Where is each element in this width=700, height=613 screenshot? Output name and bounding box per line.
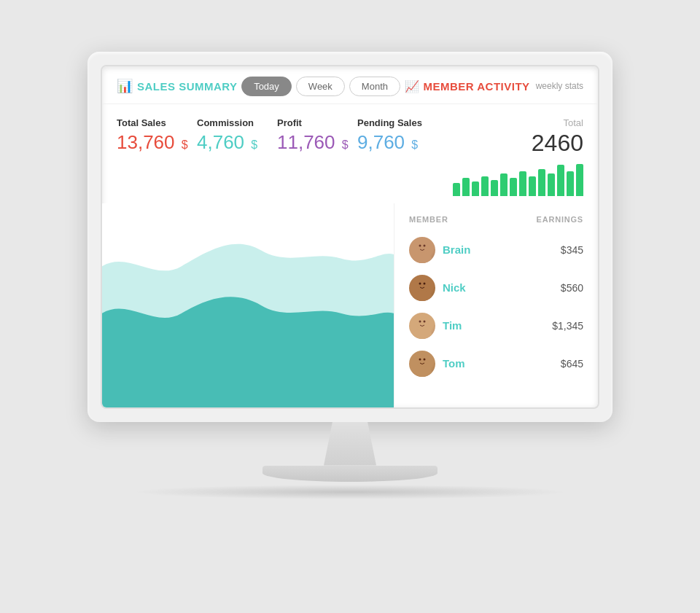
member-earnings-tom: $645 bbox=[561, 358, 583, 370]
total-block: Total 2460 bbox=[438, 117, 583, 196]
avatar-tim bbox=[409, 313, 435, 339]
bar bbox=[519, 171, 526, 195]
member-earnings-brain: $345 bbox=[561, 244, 583, 256]
main-content: MEMBER EARNINGS bbox=[102, 203, 598, 407]
stats-row: Total Sales 13,760 $ Commission 4,760 $ … bbox=[102, 104, 598, 203]
stat-pending-sales: Pending Sales 9,760 $ bbox=[357, 117, 438, 196]
bar bbox=[576, 164, 583, 196]
monitor-shadow bbox=[131, 485, 569, 499]
member-row-brain: Brain $345 bbox=[394, 231, 598, 269]
stat-profit: Profit 11,760 $ bbox=[277, 117, 357, 196]
bar-chart-icon: 📊 bbox=[117, 78, 133, 94]
sales-summary-label: SALES SUMMARY bbox=[137, 80, 238, 93]
svg-point-6 bbox=[419, 282, 421, 284]
member-earnings-nick: $560 bbox=[561, 282, 583, 294]
monitor-base bbox=[262, 466, 438, 482]
bar bbox=[481, 176, 489, 195]
screen: 📊 SALES SUMMARY Today Week Month 📈 MEMBE… bbox=[101, 65, 599, 409]
activity-icon: 📈 bbox=[405, 79, 419, 93]
profit-value: 11,760 $ bbox=[277, 131, 357, 154]
profit-label: Profit bbox=[277, 117, 357, 128]
avatar-tom bbox=[409, 351, 435, 377]
avatar-brain bbox=[409, 237, 435, 263]
wave-svg bbox=[102, 203, 394, 407]
bar bbox=[472, 181, 479, 195]
bar bbox=[491, 180, 498, 196]
avatar-nick bbox=[409, 275, 435, 301]
bar bbox=[453, 183, 460, 196]
member-name-brain: Brain bbox=[443, 243, 553, 256]
svg-point-13 bbox=[413, 366, 432, 377]
svg-point-12 bbox=[416, 354, 429, 367]
member-table: MEMBER EARNINGS bbox=[394, 203, 598, 407]
tab-today[interactable]: Today bbox=[241, 77, 292, 96]
svg-point-7 bbox=[424, 282, 426, 284]
member-name-nick: Nick bbox=[443, 281, 553, 294]
svg-point-10 bbox=[419, 320, 421, 322]
member-activity-label: MEMBER ACTIVITY bbox=[424, 80, 530, 93]
pending-sales-label: Pending Sales bbox=[357, 117, 438, 128]
bar bbox=[510, 178, 517, 196]
bar bbox=[462, 178, 470, 196]
member-table-header: MEMBER EARNINGS bbox=[394, 211, 598, 228]
col-header-member: MEMBER bbox=[409, 215, 537, 224]
total-sales-label: Total Sales bbox=[117, 117, 197, 128]
member-row-tim: Tim $1,345 bbox=[394, 307, 598, 345]
commission-label: Commission bbox=[197, 117, 277, 128]
svg-point-15 bbox=[424, 358, 426, 360]
member-earnings-tim: $1,345 bbox=[552, 320, 583, 332]
monitor-neck bbox=[321, 422, 379, 466]
sales-summary-section: 📊 SALES SUMMARY bbox=[117, 78, 238, 94]
dashboard-header: 📊 SALES SUMMARY Today Week Month 📈 MEMBE… bbox=[102, 66, 598, 104]
total-label: Total bbox=[564, 117, 583, 128]
svg-point-2 bbox=[419, 244, 421, 246]
member-name-tim: Tim bbox=[443, 319, 545, 332]
commission-value: 4,760 $ bbox=[197, 131, 277, 154]
bar bbox=[548, 173, 555, 196]
col-header-earnings: EARNINGS bbox=[537, 215, 583, 224]
svg-point-11 bbox=[424, 320, 426, 322]
svg-point-4 bbox=[416, 278, 429, 292]
filter-tabs: Today Week Month bbox=[241, 77, 400, 96]
svg-point-9 bbox=[413, 328, 432, 339]
svg-point-3 bbox=[424, 244, 426, 246]
stat-total-sales: Total Sales 13,760 $ bbox=[117, 117, 197, 196]
wave-chart-area bbox=[102, 203, 394, 407]
member-activity-section: 📈 MEMBER ACTIVITY weekly stats bbox=[405, 79, 583, 93]
member-activity-sub: weekly stats bbox=[536, 81, 583, 91]
member-row-tom: Tom $645 bbox=[394, 345, 598, 383]
bar-chart bbox=[453, 160, 583, 196]
tab-month[interactable]: Month bbox=[349, 77, 400, 96]
total-value: 2460 bbox=[532, 130, 583, 157]
member-name-tom: Tom bbox=[443, 357, 553, 370]
bar bbox=[567, 171, 574, 195]
bar bbox=[557, 165, 564, 195]
scene: 📊 SALES SUMMARY Today Week Month 📈 MEMBE… bbox=[73, 52, 627, 562]
member-row-nick: Nick $560 bbox=[394, 269, 598, 307]
svg-point-1 bbox=[413, 252, 432, 263]
bar bbox=[500, 173, 508, 196]
pending-sales-value: 9,760 $ bbox=[357, 131, 438, 154]
svg-point-8 bbox=[416, 316, 429, 329]
svg-point-0 bbox=[416, 241, 429, 254]
bar bbox=[529, 176, 536, 195]
tab-week[interactable]: Week bbox=[296, 77, 345, 96]
svg-point-5 bbox=[413, 290, 432, 301]
total-sales-value: 13,760 $ bbox=[117, 131, 197, 154]
bar bbox=[538, 169, 545, 196]
monitor: 📊 SALES SUMMARY Today Week Month 📈 MEMBE… bbox=[88, 52, 612, 422]
stat-commission: Commission 4,760 $ bbox=[197, 117, 277, 196]
svg-point-14 bbox=[419, 358, 421, 360]
